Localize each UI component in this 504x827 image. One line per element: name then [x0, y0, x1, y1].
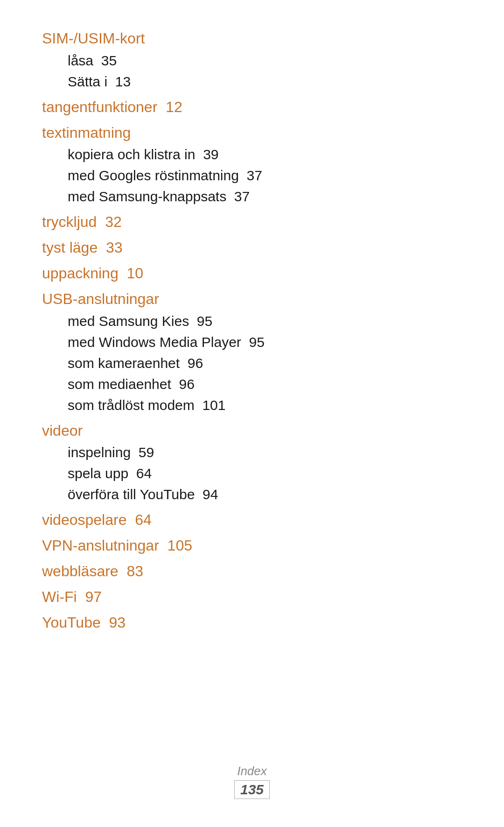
entry-heading-webblasare: webbläsare 83 — [42, 561, 462, 582]
sub-entry: med Samsung-knappsats 37 — [68, 186, 462, 207]
sub-entry: överföra till YouTube 94 — [68, 484, 462, 505]
sub-entry: med Googles röstinmatning 37 — [68, 165, 462, 186]
index-entry-textinmatning: textinmatningkopiera och klistra in 39me… — [42, 122, 462, 207]
entry-heading-tangentfunktioner: tangentfunktioner 12 — [42, 97, 462, 118]
entry-heading-videor: videor — [42, 420, 462, 441]
index-entry-youtube: YouTube 93 — [42, 612, 462, 633]
page-content: SIM-/USIM-kortlåsa 35Sätta i 13tangentfu… — [0, 0, 504, 693]
index-entry-vpn-anslutningar: VPN-anslutningar 105 — [42, 535, 462, 556]
sub-entry: Sätta i 13 — [68, 71, 462, 92]
sub-entries-usb-anslutningar: med Samsung Kies 95med Windows Media Pla… — [68, 311, 462, 416]
index-entry-tangentfunktioner: tangentfunktioner 12 — [42, 97, 462, 118]
index-entry-usb-anslutningar: USB-anslutningarmed Samsung Kies 95med W… — [42, 289, 462, 416]
index-entry-videospelare: videospelare 64 — [42, 509, 462, 530]
entry-heading-vpn-anslutningar: VPN-anslutningar 105 — [42, 535, 462, 556]
footer-label: Index — [0, 764, 504, 778]
entry-heading-videospelare: videospelare 64 — [42, 509, 462, 530]
entry-heading-uppackning: uppackning 10 — [42, 263, 462, 284]
sub-entry: som mediaenhet 96 — [68, 374, 462, 395]
sub-entry: med Windows Media Player 95 — [68, 332, 462, 353]
index-entry-sim-usim-kort: SIM-/USIM-kortlåsa 35Sätta i 13 — [42, 28, 462, 92]
entry-heading-wi-fi: Wi-Fi 97 — [42, 587, 462, 608]
sub-entry: som kameraenhet 96 — [68, 353, 462, 374]
entry-heading-youtube: YouTube 93 — [42, 612, 462, 633]
entry-heading-sim-usim-kort: SIM-/USIM-kort — [42, 28, 462, 49]
sub-entry: inspelning 59 — [68, 442, 462, 463]
page-footer: Index 135 — [0, 764, 504, 799]
sub-entry: spela upp 64 — [68, 463, 462, 484]
index-entry-webblasare: webbläsare 83 — [42, 561, 462, 582]
sub-entries-sim-usim-kort: låsa 35Sätta i 13 — [68, 50, 462, 92]
sub-entries-textinmatning: kopiera och klistra in 39med Googles rös… — [68, 144, 462, 207]
entry-heading-usb-anslutningar: USB-anslutningar — [42, 289, 462, 310]
index-entry-tyst-lage: tyst läge 33 — [42, 237, 462, 258]
sub-entries-videor: inspelning 59spela upp 64överföra till Y… — [68, 442, 462, 505]
entry-heading-tyst-lage: tyst läge 33 — [42, 237, 462, 258]
sub-entry: med Samsung Kies 95 — [68, 311, 462, 332]
index-entry-videor: videorinspelning 59spela upp 64överföra … — [42, 420, 462, 505]
sub-entry: som trådlöst modem 101 — [68, 395, 462, 416]
sub-entry: kopiera och klistra in 39 — [68, 144, 462, 165]
footer-page-number: 135 — [234, 780, 270, 799]
sub-entry: låsa 35 — [68, 50, 462, 71]
index-entry-wi-fi: Wi-Fi 97 — [42, 587, 462, 608]
index-entry-uppackning: uppackning 10 — [42, 263, 462, 284]
index-entry-tryckljud: tryckljud 32 — [42, 212, 462, 233]
entry-heading-tryckljud: tryckljud 32 — [42, 212, 462, 233]
entry-heading-textinmatning: textinmatning — [42, 122, 462, 143]
